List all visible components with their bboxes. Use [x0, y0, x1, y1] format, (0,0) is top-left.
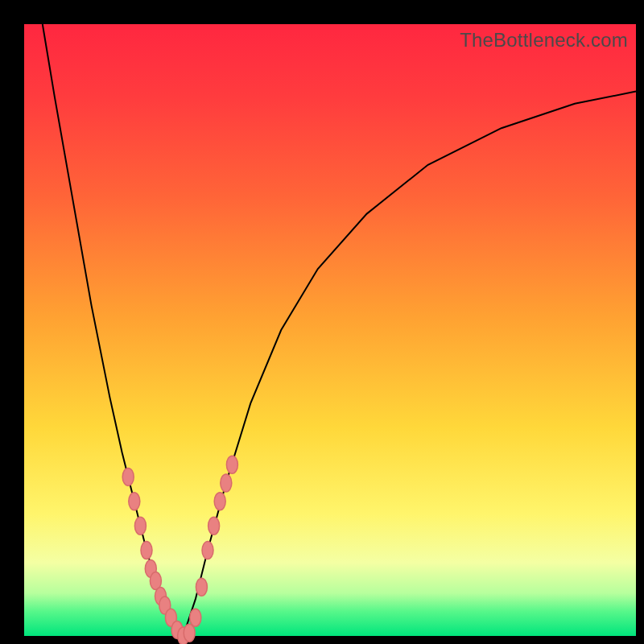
marker-dot — [129, 493, 140, 510]
curve-layer — [24, 24, 636, 636]
marker-dot — [221, 474, 232, 492]
marker-dot — [202, 542, 213, 559]
marker-dot — [226, 456, 237, 473]
curve-right-branch — [184, 92, 636, 636]
marker-dot — [184, 624, 195, 642]
plot-area: TheBottleneck.com — [24, 24, 636, 636]
marker-dot — [196, 578, 207, 596]
marker-dot — [141, 542, 152, 559]
marker-dot — [122, 468, 134, 485]
watermark-text: TheBottleneck.com — [460, 29, 628, 52]
marker-dot — [208, 517, 220, 535]
chart-frame: TheBottleneck.com — [0, 0, 644, 644]
marker-dot — [190, 609, 201, 626]
marker-dot — [214, 493, 225, 510]
marker-dots-group — [122, 456, 237, 644]
curve-left-branch — [43, 24, 184, 636]
marker-dot — [134, 517, 146, 535]
